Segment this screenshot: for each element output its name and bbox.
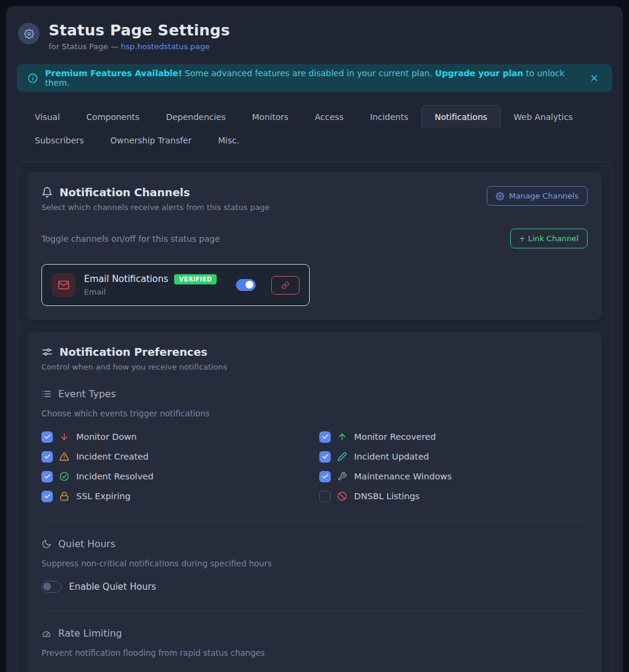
upgrade-plan-link[interactable]: Upgrade your plan <box>435 68 523 78</box>
quiet-hours-toggle[interactable] <box>41 581 61 593</box>
tab-visual[interactable]: Visual <box>22 105 73 128</box>
channels-title: Notification Channels <box>59 186 190 199</box>
checkbox[interactable] <box>41 491 53 502</box>
divider <box>41 610 588 611</box>
event-row-incident-resolved[interactable]: Incident Resolved <box>41 469 310 484</box>
settings-tabs: Visual Components Dependencies Monitors … <box>17 105 612 152</box>
notifications-panel: Notification Channels Select which chann… <box>17 161 612 672</box>
tab-web-analytics[interactable]: Web Analytics <box>501 105 586 128</box>
status-page-link[interactable]: hsp.hostedstatus.page <box>121 42 209 51</box>
event-row-incident-updated[interactable]: Incident Updated <box>319 449 588 464</box>
tab-components[interactable]: Components <box>73 105 153 128</box>
banner-title: Premium Features Available! <box>45 68 182 78</box>
tab-monitors[interactable]: Monitors <box>239 105 302 128</box>
tab-notifications[interactable]: Notifications <box>421 105 501 128</box>
checkbox[interactable] <box>319 431 331 443</box>
toggle-channels-hint: Toggle channels on/off for this status p… <box>41 234 220 244</box>
checkbox[interactable] <box>319 491 331 502</box>
event-types-subtitle: Choose which events trigger notification… <box>41 409 588 418</box>
pencil-icon <box>337 452 348 461</box>
preferences-title: Notification Preferences <box>59 346 207 358</box>
check-circle-icon <box>59 472 70 481</box>
gear-icon <box>18 23 40 44</box>
rate-limiting-header: Rate Limiting <box>41 628 588 639</box>
quiet-hours-toggle-label: Enable Quiet Hours <box>69 581 156 592</box>
arrow-up-icon <box>337 432 348 442</box>
quiet-hours-subtitle: Suppress non-critical notifications duri… <box>41 559 588 568</box>
notification-preferences-card: Notification Preferences Control when an… <box>27 331 602 672</box>
divider <box>41 521 588 521</box>
checkbox[interactable] <box>41 451 53 463</box>
arrow-down-icon <box>59 432 70 442</box>
tab-dependencies[interactable]: Dependencies <box>152 105 239 128</box>
unlink-channel-button[interactable] <box>271 276 299 295</box>
channel-name: Email Notifications <box>84 274 168 284</box>
gear-icon <box>496 192 504 200</box>
page-header: Status Page Settings for Status Page — h… <box>17 22 612 51</box>
manage-channels-button[interactable]: Manage Channels <box>487 186 588 206</box>
link-channel-button[interactable]: + Link Channel <box>510 229 588 248</box>
rate-limiting-subtitle: Prevent notification flooding from rapid… <box>41 648 588 658</box>
checkbox[interactable] <box>319 471 331 482</box>
gauge-icon <box>41 628 52 638</box>
verified-badge: VERIFIED <box>174 274 217 284</box>
email-channel-toggle[interactable] <box>236 279 256 291</box>
tab-access[interactable]: Access <box>302 105 357 128</box>
settings-page: Status Page Settings for Status Page — h… <box>6 6 623 672</box>
event-row-maintenance-windows[interactable]: Maintenance Windows <box>319 469 588 484</box>
tab-subscribers[interactable]: Subscribers <box>22 128 97 152</box>
quiet-hours-header: Quiet Hours <box>41 538 588 550</box>
page-subtitle: for Status Page — hsp.hostedstatus.page <box>49 42 230 51</box>
event-row-monitor-down[interactable]: Monitor Down <box>41 430 310 444</box>
event-types-header: Event Types <box>41 388 588 400</box>
event-row-monitor-recovered[interactable]: Monitor Recovered <box>319 430 588 444</box>
banner-close-icon[interactable] <box>587 71 601 85</box>
channel-type: Email <box>84 287 219 296</box>
mail-icon <box>52 273 76 297</box>
tools-icon <box>337 472 348 481</box>
notification-channels-card: Notification Channels Select which chann… <box>27 172 602 320</box>
event-row-incident-created[interactable]: Incident Created <box>41 449 310 464</box>
checkbox[interactable] <box>41 471 53 482</box>
alert-triangle-icon <box>59 452 70 461</box>
premium-banner: Premium Features Available! Some advance… <box>17 64 612 92</box>
tab-incidents[interactable]: Incidents <box>357 105 421 128</box>
event-row-ssl-expiring[interactable]: SSL Expiring <box>41 489 310 503</box>
tab-misc[interactable]: Misc. <box>205 128 252 152</box>
lock-icon <box>59 491 70 501</box>
preferences-subtitle: Control when and how you receive notific… <box>41 362 588 371</box>
link-icon <box>281 281 289 289</box>
tab-ownership-transfer[interactable]: Ownership Transfer <box>97 128 205 152</box>
channels-subtitle: Select which channels receive alerts fro… <box>41 203 269 212</box>
checkbox[interactable] <box>319 451 331 463</box>
banner-text: Premium Features Available! Some advance… <box>45 68 580 88</box>
list-icon <box>41 389 52 399</box>
event-row-dnsbl-listings[interactable]: DNSBL Listings <box>319 489 588 503</box>
bell-icon <box>41 187 53 198</box>
checkbox[interactable] <box>41 431 53 443</box>
email-channel-card: Email Notifications VERIFIED Email <box>41 264 310 306</box>
slash-icon <box>337 491 348 501</box>
sliders-icon <box>41 346 53 358</box>
page-title: Status Page Settings <box>49 22 230 39</box>
event-types-grid: Monitor Down Monitor Recovered Incident … <box>41 430 588 503</box>
info-icon <box>28 73 38 83</box>
moon-icon <box>41 539 52 549</box>
